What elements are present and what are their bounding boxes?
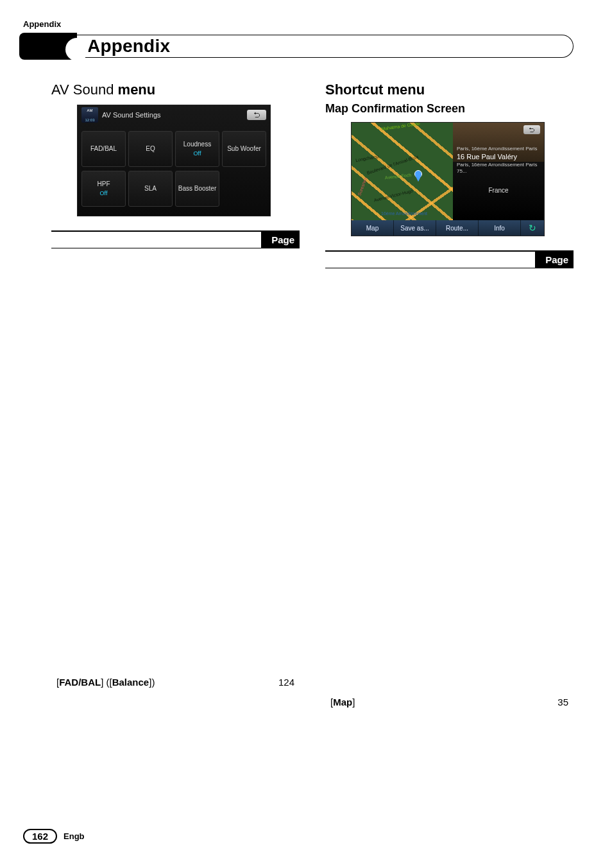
map-confirm-button[interactable]: Route... (436, 220, 479, 236)
av-sound-heading: AV Sound menu (51, 82, 300, 98)
av-settings-button[interactable]: HPFOff (81, 171, 126, 207)
page-column-header: Page (261, 231, 300, 248)
map-preview: Mahatma de Gaulle Longchamp Boulevard de… (352, 123, 453, 220)
av-source-icon: AM 12:03 (81, 107, 98, 123)
map-address-panel: Paris, 16ème Arrondissement Paris 16 Rue… (457, 146, 540, 195)
page-column-header: Page (535, 251, 574, 268)
shortcut-index-table: Page [Map]35[Save as...]37[Add Pin]38[Ad… (325, 250, 574, 868)
shortcut-menu-heading: Shortcut menu (325, 82, 574, 98)
page-footer: 162 Engb (23, 829, 85, 844)
av-settings-button[interactable]: SLA (128, 171, 173, 207)
left-column: AV Sound menu AM 12:03 AV Sound Settings… (51, 71, 300, 868)
chapter-tab: Appendix (19, 33, 574, 60)
chapter-tab-black (19, 33, 77, 60)
map-confirmation-screenshot: Mahatma de Gaulle Longchamp Boulevard de… (351, 122, 545, 236)
map-confirm-button[interactable]: Info (479, 220, 521, 236)
table-row: [Map]35 (325, 268, 574, 869)
av-settings-button[interactable]: EQ (128, 131, 173, 167)
running-head: Appendix (23, 19, 574, 29)
av-settings-button[interactable]: Bass Booster (175, 171, 219, 207)
av-settings-button[interactable]: LoudnessOff (175, 131, 219, 167)
av-screen-title: AV Sound Settings (102, 111, 243, 119)
map-pin-icon (413, 170, 422, 183)
av-sound-index-table: Page [FAD/BAL] ([Balance])124[EQ]125[Lou… (51, 230, 300, 868)
refresh-icon[interactable]: ↻ (521, 220, 544, 236)
language-code: Engb (64, 831, 85, 841)
back-icon[interactable]: ⮌ (247, 110, 266, 120)
chapter-title: Appendix (87, 36, 170, 56)
map-confirm-button[interactable]: Map (352, 220, 394, 236)
map-confirm-button[interactable]: Save as... (394, 220, 436, 236)
av-settings-button[interactable]: FAD/BAL (81, 131, 126, 167)
map-confirmation-subheading: Map Confirmation Screen (325, 102, 574, 116)
right-column: Shortcut menu Map Confirmation Screen Ma… (325, 71, 574, 868)
page-number: 162 (23, 829, 57, 844)
back-icon[interactable]: ⮌ (523, 125, 540, 134)
av-settings-button[interactable]: Sub Woofer (222, 131, 266, 167)
av-sound-settings-screenshot: AM 12:03 AV Sound Settings ⮌ FAD/BALEQLo… (77, 105, 271, 216)
table-row: [FAD/BAL] ([Balance])124 (51, 248, 300, 869)
